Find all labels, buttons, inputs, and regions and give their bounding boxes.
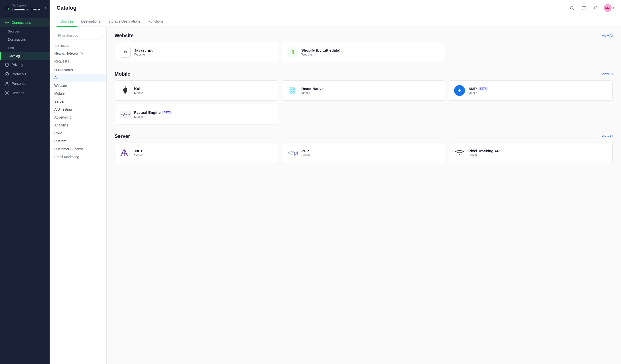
svg-point-6: [570, 6, 573, 9]
card-php[interactable]: <?php PHP Server: [282, 143, 445, 163]
filter-category-advertising[interactable]: Advertising: [50, 113, 106, 121]
pixel-tracking-name: Pixel Tracking API: [468, 149, 501, 153]
sidebar-item-connections[interactable]: Connections: [0, 18, 50, 27]
user-avatar-dropdown[interactable]: MZ ▾: [604, 4, 614, 12]
svg-text:<?php: <?php: [287, 150, 298, 156]
server-section-header: Server View All: [115, 133, 613, 139]
personas-icon: [5, 81, 9, 86]
topbar: Catalog MZ ▾: [50, 0, 621, 16]
tab-sources[interactable]: Sources: [57, 16, 77, 27]
factual-beta-badge: BETA: [162, 111, 172, 114]
page-title: Catalog: [57, 5, 568, 11]
filter-search-input[interactable]: [58, 34, 100, 37]
javascript-name: Javascript: [134, 48, 153, 52]
categories-section-label: CATEGORIES: [50, 69, 106, 74]
card-amp[interactable]: AMP BETA Mobile: [449, 80, 613, 101]
server-section-title: Server: [115, 133, 130, 139]
search-button[interactable]: [568, 4, 576, 12]
protocols-label: Protocols: [12, 72, 26, 76]
svg-rect-8: [287, 47, 297, 57]
php-sub: Server: [301, 153, 310, 157]
dotnet-sub: Server: [134, 153, 143, 157]
sidebar-item-destinations[interactable]: Destinations: [0, 35, 50, 44]
svg-point-1: [8, 8, 9, 9]
javascript-sub: Website: [134, 53, 153, 56]
tab-storage-destinations[interactable]: Storage Destinations: [104, 16, 144, 27]
sidebar-item-protocols[interactable]: Protocols: [0, 69, 50, 79]
destinations-label: Destinations: [8, 38, 26, 41]
filter-category-mobile[interactable]: Mobile: [50, 90, 106, 97]
react-native-sub: Mobile: [301, 91, 324, 95]
workspace-chevron-icon[interactable]: ▾: [45, 6, 46, 9]
php-name: PHP: [301, 149, 310, 153]
sidebar-item-settings[interactable]: Settings: [0, 88, 50, 98]
react-native-info: React Native Mobile: [301, 87, 324, 95]
shopify-sub: Website: [301, 53, 341, 56]
javascript-info: Javascript Website: [134, 48, 153, 56]
filter-panel: FEATURED New & Noteworthy Requests CATEG…: [50, 27, 107, 364]
filter-category-emailmarketing[interactable]: Email Marketing: [50, 153, 106, 161]
card-ios[interactable]: iOS Mobile: [115, 80, 278, 101]
filter-category-server[interactable]: Server: [50, 97, 106, 105]
card-dotnet[interactable]: .NET Server: [115, 143, 278, 163]
filter-category-website[interactable]: Website: [50, 82, 106, 90]
sidebar-item-health[interactable]: Health: [0, 44, 50, 52]
svg-point-4: [6, 82, 8, 84]
card-javascript[interactable]: JS Javascript Website: [115, 42, 278, 62]
dotnet-icon: [120, 147, 131, 158]
card-react-native[interactable]: React Native Mobile: [282, 80, 445, 101]
sidebar-item-privacy[interactable]: Privacy: [0, 60, 50, 69]
sidebar-item-sources[interactable]: Sources: [0, 27, 50, 35]
dotnet-name: .NET: [134, 149, 143, 153]
server-cards-row: .NET Server <?php PHP Serv: [115, 143, 613, 163]
card-pixel-tracking[interactable]: Pixel Tracking API Server: [449, 143, 613, 163]
svg-point-5: [6, 92, 8, 94]
card-shopify[interactable]: Shopify (by Littledata) Website: [282, 42, 445, 62]
filter-category-all[interactable]: All: [50, 74, 106, 82]
sidebar-item-catalog[interactable]: Catalog: [0, 52, 50, 60]
website-section-header: Website View All: [115, 33, 613, 38]
topbar-actions: MZ ▾: [568, 4, 614, 12]
factual-sub: Mobile: [134, 115, 172, 119]
main-area: Catalog MZ ▾: [50, 0, 621, 364]
filter-category-customersuccess[interactable]: Customer Success: [50, 145, 106, 153]
sidebar: Workspace demo-ecommerce ▾ Connections S…: [0, 0, 50, 364]
javascript-icon: JS: [120, 47, 131, 58]
website-view-all[interactable]: View All: [602, 34, 613, 37]
filter-item-new-noteworthy[interactable]: New & Noteworthy: [50, 49, 106, 57]
filter-category-analytics[interactable]: Analytics: [50, 121, 106, 129]
filter-category-abtesting[interactable]: A/B Testing: [50, 105, 106, 113]
sidebar-item-personas[interactable]: Personas: [0, 79, 50, 88]
svg-point-9: [124, 87, 126, 88]
mobile-section-title: Mobile: [115, 71, 130, 77]
notification-button[interactable]: [592, 4, 600, 12]
privacy-icon: [5, 62, 9, 67]
tab-destinations[interactable]: Destinations: [77, 16, 104, 27]
mobile-section-header: Mobile View All: [115, 71, 613, 77]
factual-name: Factual Engine: [134, 110, 161, 115]
mobile-view-all[interactable]: View All: [602, 72, 613, 76]
filter-category-crm[interactable]: CRM: [50, 129, 106, 137]
card-factual[interactable]: engine <> Factual Engine BETA Mobile: [115, 104, 278, 124]
workspace-info: Workspace demo-ecommerce: [12, 4, 40, 12]
ios-icon: [120, 85, 131, 96]
react-native-name: React Native: [301, 87, 324, 91]
health-label: Health: [8, 46, 17, 50]
sources-label: Sources: [8, 30, 20, 33]
pixel-tracking-info: Pixel Tracking API Server: [468, 149, 501, 157]
tab-functions[interactable]: Functions: [144, 16, 167, 27]
sidebar-header[interactable]: Workspace demo-ecommerce ▾: [0, 0, 50, 16]
svg-rect-10: [124, 93, 126, 93]
svg-point-12: [292, 90, 293, 91]
website-section-title: Website: [115, 33, 133, 38]
factual-icon: engine <>: [120, 109, 131, 120]
amp-name-row: AMP BETA: [468, 87, 488, 91]
filter-category-custom[interactable]: Custom: [50, 137, 106, 145]
filter-search-box[interactable]: [54, 32, 102, 39]
filter-item-requests[interactable]: Requests: [50, 57, 106, 65]
mobile-cards-row: iOS Mobile: [115, 80, 613, 101]
segment-logo: [3, 4, 10, 11]
protocols-icon: [5, 72, 9, 76]
server-view-all[interactable]: View All: [602, 134, 613, 138]
chat-button[interactable]: [580, 4, 588, 12]
